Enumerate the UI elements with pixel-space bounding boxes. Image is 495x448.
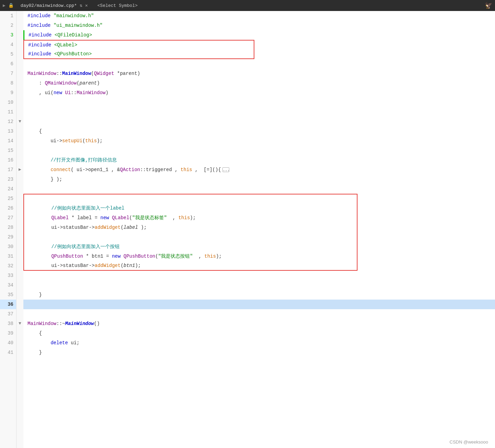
- fold-15: [16, 146, 23, 155]
- line-num-13: 13: [0, 126, 16, 136]
- code-line-24: [23, 184, 495, 194]
- token-new-kw3: new: [112, 251, 124, 261]
- token-classname-dtor: MainWindow: [28, 319, 56, 328]
- token-ui-ns: Ui: [65, 88, 71, 98]
- code-line-31: QPushButton * btn1 = new QPushButton("我是…: [23, 251, 358, 261]
- token-addwidget2: addWidget: [95, 261, 121, 270]
- fold-11: [16, 107, 23, 117]
- fold-4: [16, 40, 23, 49]
- fold-40: [16, 338, 23, 348]
- fold-12[interactable]: ▼: [16, 117, 23, 126]
- token-qaction: QAction: [120, 165, 140, 175]
- fold-41: [16, 348, 23, 357]
- fold-7: [16, 69, 23, 78]
- code-line-15: [23, 146, 495, 155]
- token-include-1: #include: [28, 11, 54, 21]
- fold-34: [16, 280, 23, 290]
- code-line-36: [23, 300, 495, 309]
- line-num-35: 35: [0, 290, 16, 300]
- token-qlabel2: QLabel: [112, 213, 129, 223]
- token-str-btn: "我是状态按钮": [158, 251, 193, 261]
- token-this-27: this: [178, 213, 190, 223]
- code-line-34: [23, 280, 495, 290]
- line-num-9: 9: [0, 88, 16, 98]
- line-num-29: 29: [0, 232, 16, 242]
- line-num-7: 7: [0, 69, 16, 78]
- line-num-5: 5: [0, 49, 16, 59]
- line-num-31: 31: [0, 251, 16, 261]
- code-line-11: [23, 107, 495, 117]
- token-delete: delete: [51, 338, 68, 348]
- fold-26: [16, 203, 23, 213]
- filename-label: day02/mainwindow.cpp*: [21, 3, 77, 8]
- code-line-28: ui->statusBar->addWidget(label );: [23, 223, 358, 232]
- lock-icon: 🔒: [8, 3, 14, 8]
- token-str-label: "我是状态标签": [132, 213, 167, 223]
- code-line-29: [23, 232, 358, 242]
- line-num-26: 26: [0, 203, 16, 213]
- fold-28: [16, 223, 23, 232]
- code-line-37: [23, 309, 495, 319]
- token-qmainwindow: QMainWindow: [45, 78, 76, 88]
- fold-32: [16, 261, 23, 271]
- code-line-3: #include <QFileDialog>: [23, 30, 495, 40]
- line-num-6: 6: [0, 59, 16, 69]
- fold-30: [16, 242, 23, 251]
- code-area: 1 2 3 4 5 6 7 8 9 10 11 12 13 14 15 16 1…: [0, 11, 495, 448]
- token-btn1-param: btn1: [123, 261, 135, 270]
- fold-3: [16, 30, 23, 40]
- token-this-14: this: [85, 136, 97, 146]
- select-symbol-label: <Select Symbol>: [97, 3, 138, 8]
- line-num-24: 24: [0, 184, 16, 194]
- fold-13: [16, 126, 23, 136]
- token-label-param: label: [123, 223, 138, 232]
- line-num-17: 17: [0, 165, 16, 175]
- token-qpushbutton-type: QPushButton: [51, 251, 83, 261]
- code-line-14: ui->setupUi(this);: [23, 136, 495, 146]
- line-num-41: 41: [0, 348, 16, 357]
- tab-filename: day02/mainwindow.cpp* ⇅ ✕: [16, 3, 92, 8]
- line-num-10: 10: [0, 98, 16, 107]
- token-str-1: "mainwindow.h": [54, 11, 94, 21]
- fold-17[interactable]: ▶: [16, 165, 23, 175]
- line-num-23: 23: [0, 175, 16, 184]
- tab-close-button[interactable]: ✕: [85, 3, 88, 8]
- line-num-38: 38: [0, 319, 16, 328]
- code-line-13: {: [23, 126, 495, 136]
- code-line-25: [23, 194, 358, 203]
- line-num-40: 40: [0, 338, 16, 348]
- token-dtor-name: MainWindow: [65, 319, 94, 328]
- token-this-31: this: [205, 251, 216, 261]
- token-str-2: "ui_mainwindow.h": [54, 21, 103, 30]
- line-num-25: 25: [0, 194, 16, 203]
- line-num-27: 27: [0, 213, 16, 223]
- fold-24: [16, 184, 23, 194]
- line-num-37: 37: [0, 309, 16, 319]
- code-line-16: //打开文件图像,打印路径信息: [23, 155, 495, 165]
- collapsed-block[interactable]: ...: [222, 167, 229, 172]
- line-num-39: 39: [0, 328, 16, 338]
- fold-38[interactable]: ▼: [16, 319, 23, 328]
- code-line-2: #include "ui_mainwindow.h": [23, 21, 495, 30]
- fold-10: [16, 98, 23, 107]
- fold-27: [16, 213, 23, 223]
- token-include-3: #include: [29, 30, 55, 40]
- line-num-36: 36: [0, 300, 16, 309]
- token-comment-16: //打开文件图像,打印路径信息: [28, 155, 117, 165]
- code-line-39: {: [23, 328, 495, 338]
- code-content[interactable]: #include "mainwindow.h" #include "ui_mai…: [23, 11, 495, 448]
- watermark: CSDN @weeksooo: [450, 439, 488, 445]
- code-line-9: , ui(new Ui::MainWindow): [23, 88, 495, 98]
- token-mainwindow-type: MainWindow: [77, 88, 106, 98]
- tab-arrows[interactable]: ⇅: [80, 3, 82, 8]
- fold-25: [16, 194, 23, 203]
- line-num-34: 34: [0, 280, 16, 290]
- fold-23: [16, 175, 23, 184]
- fold-9: [16, 88, 23, 98]
- token-type-qwidget: QWidget: [94, 69, 114, 78]
- run-icon[interactable]: ▶: [3, 3, 6, 8]
- code-line-35: }: [23, 290, 495, 300]
- fold-1: [16, 11, 23, 21]
- code-line-1: #include "mainwindow.h": [23, 11, 495, 21]
- token-str-5: <QPushButton>: [54, 49, 92, 59]
